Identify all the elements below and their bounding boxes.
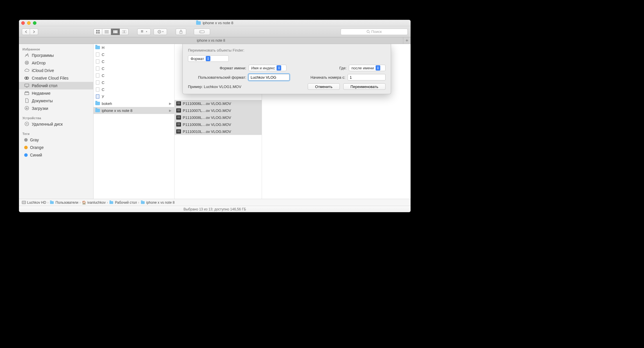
- sidebar-item-remote-disc[interactable]: Удаленный диск: [19, 120, 93, 128]
- where-value: после имени: [351, 66, 374, 70]
- sidebar-item-label: Документы: [32, 99, 53, 103]
- list-item[interactable]: P1110007L…ov VLOG.MOV: [175, 107, 262, 114]
- view-gallery-button[interactable]: [120, 29, 129, 35]
- svg-point-25: [27, 62, 27, 63]
- path-segment[interactable]: Пользователи: [50, 201, 78, 205]
- tab[interactable]: iphone x vs note 8: [19, 37, 403, 44]
- back-button[interactable]: [22, 29, 30, 35]
- sidebar-tag-gray[interactable]: Gray: [19, 136, 93, 144]
- action-button[interactable]: ▾: [154, 29, 167, 35]
- sidebar-item-downloads[interactable]: Загрузки: [19, 105, 93, 112]
- path-separator: ›: [107, 201, 108, 205]
- list-item[interactable]: С: [94, 79, 174, 86]
- path-segment[interactable]: Luchkov HD: [22, 201, 46, 205]
- document-icon: [95, 59, 100, 64]
- minimize-button[interactable]: [27, 21, 31, 25]
- sidebar-item-documents[interactable]: Документы: [19, 97, 93, 105]
- sidebar-item-recent[interactable]: Недавние: [19, 89, 93, 97]
- sidebar-item-creative-cloud[interactable]: Creative Cloud Files: [19, 74, 93, 82]
- downloads-icon: [24, 106, 29, 111]
- search-input[interactable]: Поиск: [341, 29, 408, 35]
- svg-rect-2: [96, 32, 98, 34]
- close-button[interactable]: [21, 21, 25, 25]
- path-separator: ›: [80, 201, 81, 205]
- folder-icon: [95, 102, 100, 105]
- item-label: С: [102, 80, 104, 85]
- sidebar: Избранное Программы AirDrop iCloud Drive: [19, 44, 94, 199]
- share-button[interactable]: [176, 29, 186, 35]
- path-segment[interactable]: 🏠ivanluchkov: [82, 201, 106, 205]
- list-item[interactable]: P1110009L…ov VLOG.MOV: [175, 121, 262, 128]
- finder-window: iphone x vs note 8: [19, 20, 411, 212]
- cancel-button[interactable]: Отменить: [308, 83, 339, 90]
- arrange-button[interactable]: ▾: [137, 29, 151, 35]
- sidebar-item-label: Загрузки: [32, 106, 48, 111]
- item-label: P1110009L…ov VLOG.MOV: [183, 122, 231, 127]
- list-item[interactable]: С: [94, 65, 174, 72]
- custom-format-input[interactable]: [249, 74, 289, 80]
- maximize-button[interactable]: [33, 21, 36, 25]
- rename-button[interactable]: Переименовать: [343, 83, 386, 90]
- view-list-button[interactable]: [102, 29, 111, 35]
- document-icon: [95, 52, 100, 57]
- svg-point-17: [159, 31, 160, 32]
- columns-icon: [113, 30, 117, 33]
- sidebar-item-label: Creative Cloud Files: [32, 76, 68, 80]
- folder-icon: [110, 201, 113, 204]
- new-tab-button[interactable]: +: [403, 37, 411, 44]
- list-item[interactable]: С: [94, 58, 174, 65]
- folder-icon: [141, 201, 145, 204]
- svg-rect-3: [98, 32, 100, 34]
- where-select[interactable]: после имени ▲▼: [349, 65, 386, 71]
- recent-icon: [24, 91, 29, 96]
- item-label: С: [102, 73, 104, 78]
- tag-dot-icon: [24, 146, 28, 149]
- list-item[interactable]: С: [94, 51, 174, 58]
- svg-line-22: [369, 32, 370, 33]
- item-label: P1110007L…ov VLOG.MOV: [183, 108, 231, 113]
- path-label: Luchkov HD: [27, 201, 46, 205]
- airdrop-icon: [24, 60, 29, 66]
- custom-format-label: Пользовательский формат:: [188, 75, 246, 80]
- sidebar-item-apps[interactable]: Программы: [19, 52, 93, 59]
- sidebar-item-label: iCloud Drive: [32, 68, 54, 73]
- chevron-right-icon: ▶: [169, 109, 173, 113]
- tag-dot-icon: [24, 153, 28, 157]
- sidebar-item-icloud[interactable]: iCloud Drive: [19, 67, 93, 74]
- view-icons-button[interactable]: [94, 29, 102, 35]
- mode-select[interactable]: Формат ▲▼: [188, 55, 229, 62]
- svg-rect-1: [98, 30, 100, 31]
- item-label: С: [102, 59, 104, 64]
- folder-icon: [95, 109, 100, 112]
- item-label: iphone x vs note 8: [102, 108, 133, 113]
- arrange-icon: [141, 30, 145, 33]
- view-columns-button[interactable]: [111, 29, 120, 35]
- start-number-input[interactable]: [348, 74, 386, 80]
- list-item[interactable]: С: [94, 72, 174, 79]
- path-segment[interactable]: Рабочий стол: [109, 201, 137, 205]
- tags-button[interactable]: [194, 29, 210, 35]
- path-segment[interactable]: iphone x vs note 8: [140, 201, 175, 205]
- list-item[interactable]: У: [94, 93, 174, 100]
- sidebar-item-label: Программы: [32, 53, 54, 58]
- name-format-select[interactable]: Имя и индекс ▲▼: [249, 65, 286, 71]
- view-buttons: [94, 29, 129, 35]
- path-separator: ›: [47, 201, 48, 205]
- svg-rect-7: [113, 30, 115, 33]
- list-item[interactable]: iphone x vs note 8▶: [94, 107, 174, 114]
- sidebar-item-desktop[interactable]: Рабочий стол: [19, 82, 93, 89]
- list-item[interactable]: Н: [94, 44, 174, 51]
- list-item[interactable]: P1110010L…ov VLOG.MOV: [175, 128, 262, 135]
- list-item[interactable]: bokeh▶: [94, 100, 174, 107]
- list-item[interactable]: P1110008L…ov VLOG.MOV: [175, 114, 262, 121]
- svg-rect-10: [122, 30, 124, 33]
- sidebar-tag-blue[interactable]: Синий: [19, 151, 93, 159]
- column-1: НССССССУbokeh▶iphone x vs note 8▶: [94, 44, 175, 199]
- chevron-right-icon: [33, 30, 35, 33]
- sidebar-item-label: Синий: [30, 153, 42, 157]
- list-item[interactable]: P1110006L…ov VLOG.MOV: [175, 100, 262, 107]
- sidebar-item-airdrop[interactable]: AirDrop: [19, 59, 93, 67]
- list-item[interactable]: С: [94, 86, 174, 93]
- forward-button[interactable]: [30, 29, 38, 35]
- sidebar-tag-orange[interactable]: Orange: [19, 144, 93, 151]
